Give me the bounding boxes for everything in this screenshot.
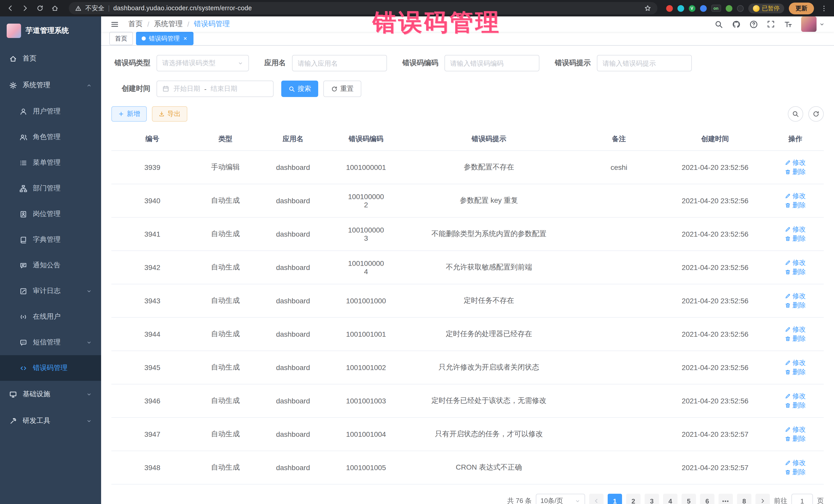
delete-link[interactable]: 删除 xyxy=(785,368,806,377)
sidebar-item-infra[interactable]: 基础设施 xyxy=(0,381,101,408)
cell-msg: 定时任务不存在 xyxy=(403,284,574,317)
delete-link[interactable]: 删除 xyxy=(785,334,806,343)
search-icon[interactable] xyxy=(715,20,723,28)
fullscreen-icon[interactable] xyxy=(767,20,775,28)
sidebar-item-error-code[interactable]: 错误码管理 xyxy=(0,355,101,381)
next-page-button[interactable] xyxy=(755,494,770,504)
update-button[interactable]: 更新 xyxy=(789,2,814,14)
sidebar-item-devtools[interactable]: 研发工具 xyxy=(0,408,101,434)
page-button-2[interactable]: 2 xyxy=(626,494,640,504)
ext-dark-icon[interactable] xyxy=(737,5,743,12)
page-button-4[interactable]: 4 xyxy=(663,494,678,504)
error-hint-input[interactable] xyxy=(597,55,692,71)
github-icon[interactable] xyxy=(732,20,741,28)
sidebar-item-audit-log[interactable]: 审计日志 xyxy=(0,278,101,304)
cell-type: 自动生成 xyxy=(193,351,257,384)
edit-icon xyxy=(785,393,791,399)
reload-icon[interactable] xyxy=(35,3,45,13)
delete-link[interactable]: 删除 xyxy=(785,167,806,177)
forward-icon[interactable] xyxy=(20,3,30,13)
search-toggle-button[interactable] xyxy=(788,106,803,122)
back-icon xyxy=(7,5,14,12)
error-code-type-select[interactable]: 请选择错误码类型 xyxy=(156,55,249,71)
goto-page-input[interactable] xyxy=(791,494,813,504)
app-name-input[interactable] xyxy=(292,55,387,71)
reset-button[interactable]: 重置 xyxy=(323,81,361,97)
page-button-1[interactable]: 1 xyxy=(608,494,622,504)
ext-on-badge[interactable]: on xyxy=(711,5,721,12)
sidebar-item-post[interactable]: 岗位管理 xyxy=(0,201,101,227)
sidebar-item-system[interactable]: 系统管理 xyxy=(0,72,101,98)
refresh-icon-sm xyxy=(331,85,338,92)
edit-link[interactable]: 修改 xyxy=(785,225,806,234)
delete-link[interactable]: 删除 xyxy=(785,301,806,310)
font-size-icon[interactable] xyxy=(784,20,792,28)
delete-link[interactable]: 删除 xyxy=(785,401,806,410)
user-avatar[interactable] xyxy=(801,17,825,32)
prev-page-button[interactable] xyxy=(589,494,603,504)
sidebar-item-user[interactable]: 用户管理 xyxy=(0,98,101,124)
page-button-8[interactable]: 8 xyxy=(737,494,751,504)
page-button-5[interactable]: 5 xyxy=(682,494,696,504)
sidebar-item-dict[interactable]: 字典管理 xyxy=(0,227,101,253)
address-bar[interactable]: 不安全 | dashboard.yudao.iocoder.cn/system/… xyxy=(69,2,657,14)
refresh-icon xyxy=(331,85,338,92)
edit-link[interactable]: 修改 xyxy=(785,291,806,301)
export-button[interactable]: 导出 xyxy=(152,106,187,122)
delete-link[interactable]: 删除 xyxy=(785,234,806,243)
close-icon[interactable] xyxy=(183,36,188,41)
cell-msg: 参数配置不存在 xyxy=(403,151,574,184)
edit-link[interactable]: 修改 xyxy=(785,358,806,368)
sidebar-item-sms[interactable]: 短信管理 xyxy=(0,329,101,355)
edit-link[interactable]: 修改 xyxy=(785,192,806,201)
org-tree-icon xyxy=(20,184,27,192)
ext-teal-icon[interactable] xyxy=(677,5,684,12)
sidebar-item-dept[interactable]: 部门管理 xyxy=(0,176,101,201)
announcement-icon xyxy=(20,262,27,269)
edit-link[interactable]: 修改 xyxy=(785,425,806,434)
browser-menu-icon[interactable] xyxy=(819,3,829,13)
edit-link[interactable]: 修改 xyxy=(785,325,806,334)
ext-green-v-icon[interactable]: V xyxy=(688,5,695,12)
sidebar-item-role[interactable]: 角色管理 xyxy=(0,124,101,150)
page-ellipsis[interactable]: ••• xyxy=(719,494,733,504)
refresh-button[interactable] xyxy=(808,106,824,122)
paused-badge[interactable]: 已暂停 xyxy=(748,3,784,13)
sidebar-item-notice[interactable]: 通知公告 xyxy=(0,253,101,278)
hamburger-icon[interactable] xyxy=(110,20,119,28)
edit-link[interactable]: 修改 xyxy=(785,458,806,467)
back-icon[interactable] xyxy=(5,3,15,13)
cell-time: 2021-04-20 23:52:57 xyxy=(663,418,767,451)
page-button-6[interactable]: 6 xyxy=(700,494,715,504)
browser-home-icon[interactable] xyxy=(50,3,60,13)
delete-link[interactable]: 删除 xyxy=(785,267,806,277)
filter-group-app: 应用名 xyxy=(264,55,387,71)
page-size-select[interactable]: 10条/页 xyxy=(536,494,585,504)
sidebar-item-online-user[interactable]: 在线用户 xyxy=(0,304,101,329)
ext-green-icon[interactable] xyxy=(725,5,732,12)
sidebar-item-home[interactable]: 首页 xyxy=(0,45,101,72)
page-button-3[interactable]: 3 xyxy=(644,494,659,504)
cell-msg: 不允许获取敏感配置到前端 xyxy=(403,251,574,284)
date-range-picker[interactable]: 开始日期 - 结束日期 xyxy=(156,81,273,97)
edit-link[interactable]: 修改 xyxy=(785,158,806,167)
search-button[interactable]: 搜索 xyxy=(281,81,318,97)
help-icon[interactable] xyxy=(749,20,758,28)
tab-home[interactable]: 首页 xyxy=(109,32,133,45)
add-button[interactable]: 新增 xyxy=(111,106,147,122)
breadcrumb-system[interactable]: 系统管理 xyxy=(154,20,183,29)
ext-blue-icon[interactable] xyxy=(700,5,706,12)
ext-red-icon[interactable] xyxy=(666,5,673,12)
tab-error-code[interactable]: 错误码管理 xyxy=(136,32,194,45)
star-icon[interactable] xyxy=(644,5,651,12)
delete-link[interactable]: 删除 xyxy=(785,467,806,477)
app-logo[interactable]: 芋道管理系统 xyxy=(0,17,101,45)
edit-link[interactable]: 修改 xyxy=(785,258,806,267)
cell-id: 3947 xyxy=(111,418,193,451)
delete-link[interactable]: 删除 xyxy=(785,201,806,210)
sidebar-item-menu[interactable]: 菜单管理 xyxy=(0,150,101,176)
edit-link[interactable]: 修改 xyxy=(785,392,806,401)
breadcrumb-home[interactable]: 首页 xyxy=(128,20,143,29)
delete-link[interactable]: 删除 xyxy=(785,434,806,443)
error-code-input[interactable] xyxy=(444,55,540,71)
